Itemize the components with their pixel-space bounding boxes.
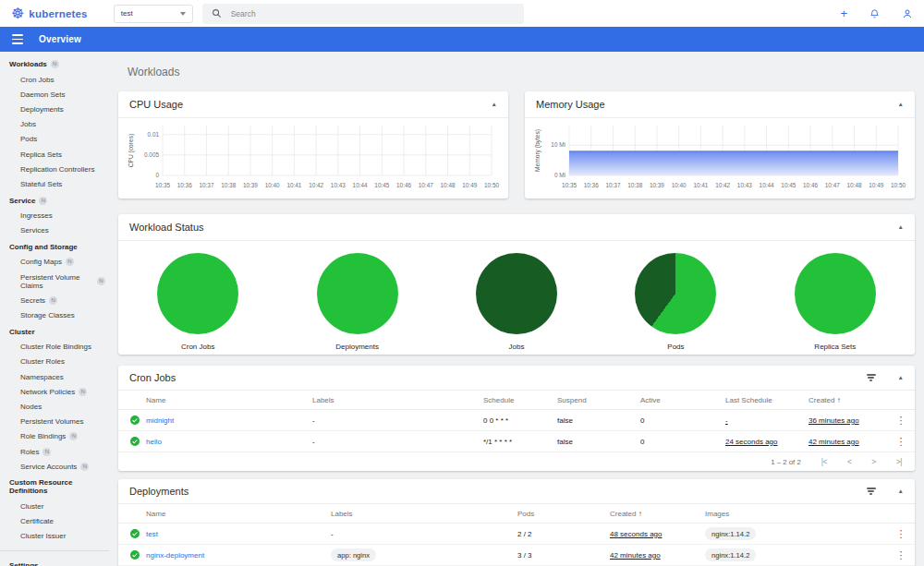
cpu-usage-card: CPU Usage ▲ 10:3510:3610:3710:3810:3910:… bbox=[118, 91, 508, 199]
menu-hamburger-icon[interactable] bbox=[12, 34, 23, 43]
memory-usage-card: Memory Usage ▲ 10:3510:3610:3710:3810:39… bbox=[525, 91, 915, 199]
pie-chart-jobs[interactable] bbox=[476, 253, 557, 334]
svg-text:10:47: 10:47 bbox=[419, 182, 433, 188]
sidebar-item-role-bindings[interactable]: Role BindingsN bbox=[0, 429, 109, 444]
collapse-icon[interactable]: ▲ bbox=[492, 102, 497, 108]
sidebar-item-ingresses[interactable]: Ingresses bbox=[0, 209, 109, 223]
sidebar-item-secrets[interactable]: SecretsN bbox=[0, 293, 109, 307]
card-title: Cron Jobs bbox=[129, 372, 176, 383]
pie-chart-pods[interactable] bbox=[635, 253, 716, 334]
sidebar-item-certificate[interactable]: Certificate bbox=[0, 514, 109, 529]
pie-chart-cron-jobs[interactable] bbox=[157, 253, 238, 334]
sidebar-item-nodes[interactable]: Nodes bbox=[0, 399, 109, 414]
svg-text:10:41: 10:41 bbox=[286, 182, 301, 188]
sidebar-item-jobs[interactable]: Jobs bbox=[0, 117, 109, 132]
pie-chart-replica-sets[interactable] bbox=[795, 253, 876, 334]
sidebar-section-cluster[interactable]: Cluster bbox=[0, 323, 109, 340]
user-profile-icon[interactable] bbox=[902, 8, 913, 19]
sidebar-item-service-accounts[interactable]: Service AccountsN bbox=[0, 459, 109, 474]
sidebar-item-cluster-role-bindings[interactable]: Cluster Role Bindings bbox=[0, 340, 109, 355]
row-menu-icon[interactable]: ⋮ bbox=[887, 436, 915, 448]
filter-icon[interactable] bbox=[867, 488, 876, 494]
sidebar-item-daemon-sets[interactable]: Daemon Sets bbox=[0, 87, 109, 102]
column-labels[interactable]: Labels bbox=[312, 391, 483, 410]
pie-label: Deployments bbox=[335, 343, 379, 351]
column-created[interactable]: Created ↑ bbox=[808, 391, 887, 410]
sidebar-section-workloads[interactable]: WorkloadsN bbox=[0, 55, 109, 72]
sidebar-item-replication-controllers[interactable]: Replication Controllers bbox=[0, 162, 109, 176]
search-input[interactable] bbox=[231, 9, 515, 18]
sidebar-item-settings[interactable]: Settings bbox=[0, 557, 109, 566]
row-menu-icon[interactable]: ⋮ bbox=[887, 415, 915, 427]
create-resource-button[interactable]: + bbox=[840, 7, 847, 19]
column-schedule[interactable]: Schedule bbox=[483, 391, 557, 410]
svg-text:10:39: 10:39 bbox=[650, 182, 664, 188]
column-name[interactable]: Name bbox=[146, 391, 312, 410]
collapse-icon[interactable]: ▲ bbox=[898, 102, 904, 108]
sidebar-section-label: Service bbox=[9, 197, 35, 205]
sidebar-item-storage-classes[interactable]: Storage Classes bbox=[0, 307, 109, 322]
filter-icon[interactable] bbox=[867, 374, 876, 380]
sidebar-item-deployments[interactable]: Deployments bbox=[0, 102, 109, 116]
sidebar-item-roles[interactable]: RolesN bbox=[0, 444, 109, 459]
cell-text: 0 bbox=[640, 438, 644, 446]
column-active[interactable]: Active bbox=[640, 391, 725, 410]
sidebar-item-label: Services bbox=[20, 226, 49, 235]
sidebar-item-persistent-volumes[interactable]: Persistent Volumes bbox=[0, 415, 109, 429]
resource-link[interactable]: hello bbox=[146, 438, 162, 446]
column-images[interactable]: Images bbox=[705, 504, 887, 524]
column-name[interactable]: Name bbox=[146, 504, 331, 524]
last-page-icon[interactable]: >| bbox=[896, 457, 902, 466]
row-menu-icon[interactable]: ⋮ bbox=[887, 528, 915, 540]
sidebar-item-config-maps[interactable]: Config MapsN bbox=[0, 255, 109, 270]
collapse-icon[interactable]: ▲ bbox=[898, 375, 904, 381]
namespaced-badge: N bbox=[66, 258, 74, 266]
sidebar-item-cron-jobs[interactable]: Cron Jobs bbox=[0, 72, 109, 87]
sidebar-item-label: Cluster Issuer bbox=[20, 532, 66, 540]
sidebar-section-config-and-storage[interactable]: Config and Storage bbox=[0, 238, 109, 255]
sidebar-item-network-policies[interactable]: Network PoliciesN bbox=[0, 384, 109, 399]
resource-link[interactable]: test bbox=[146, 530, 158, 538]
sidebar-item-services[interactable]: Services bbox=[0, 223, 109, 238]
brand-name: kubernetes bbox=[29, 8, 87, 19]
notifications-bell-icon[interactable] bbox=[869, 8, 880, 19]
sidebar-item-persistent-volume-claims[interactable]: Persistent Volume ClaimsN bbox=[0, 270, 109, 293]
next-page-icon[interactable]: > bbox=[871, 457, 875, 466]
sidebar-section-custom-resource-definitions[interactable]: Custom Resource Definitions bbox=[0, 474, 109, 499]
table-header-row: NameLabelsPodsCreated ↑Images bbox=[118, 504, 915, 524]
search-bar[interactable] bbox=[202, 4, 524, 24]
svg-text:0: 0 bbox=[155, 172, 159, 178]
sidebar-item-label: Role Bindings bbox=[20, 432, 66, 440]
brand[interactable]: ☸ kubernetes bbox=[11, 6, 88, 21]
sidebar-section-label: Workloads bbox=[9, 60, 47, 68]
page-title: Workloads bbox=[128, 66, 915, 78]
row-menu-icon[interactable]: ⋮ bbox=[887, 549, 915, 561]
sidebar-item-stateful-sets[interactable]: Stateful Sets bbox=[0, 176, 109, 191]
column-created[interactable]: Created ↑ bbox=[610, 504, 705, 524]
svg-text:10:35: 10:35 bbox=[562, 182, 577, 188]
prev-page-icon[interactable]: < bbox=[847, 457, 851, 466]
namespace-select[interactable]: test bbox=[114, 5, 193, 23]
sidebar-item-cluster[interactable]: Cluster bbox=[0, 499, 109, 513]
resource-link[interactable]: midnight bbox=[146, 416, 174, 425]
first-page-icon[interactable]: |< bbox=[821, 457, 827, 466]
sidebar-item-replica-sets[interactable]: Replica Sets bbox=[0, 147, 109, 162]
kubernetes-logo-icon: ☸ bbox=[11, 6, 24, 21]
sidebar-item-cluster-issuer[interactable]: Cluster Issuer bbox=[0, 529, 109, 544]
svg-text:10:37: 10:37 bbox=[199, 182, 213, 188]
resource-link[interactable]: nginx-deployment bbox=[146, 551, 204, 560]
collapse-icon[interactable]: ▲ bbox=[898, 224, 904, 231]
sidebar-item-namespaces[interactable]: Namespaces bbox=[0, 369, 109, 384]
pie-label: Replica Sets bbox=[814, 343, 856, 351]
column-last-schedule[interactable]: Last Schedule bbox=[725, 391, 808, 410]
sidebar-item-cluster-roles[interactable]: Cluster Roles bbox=[0, 355, 109, 369]
collapse-icon[interactable]: ▲ bbox=[898, 488, 904, 495]
pie-chart-deployments[interactable] bbox=[317, 253, 398, 334]
column-pods[interactable]: Pods bbox=[517, 504, 610, 524]
column-labels[interactable]: Labels bbox=[331, 504, 517, 524]
sidebar-section-service[interactable]: ServiceN bbox=[0, 192, 109, 209]
sidebar-item-pods[interactable]: Pods bbox=[0, 132, 109, 147]
relative-time: 24 seconds ago bbox=[725, 438, 778, 446]
column-suspend[interactable]: Suspend bbox=[557, 391, 640, 410]
workload-status-card: Workload Status ▲ Cron Jobs Deployments … bbox=[118, 214, 915, 355]
